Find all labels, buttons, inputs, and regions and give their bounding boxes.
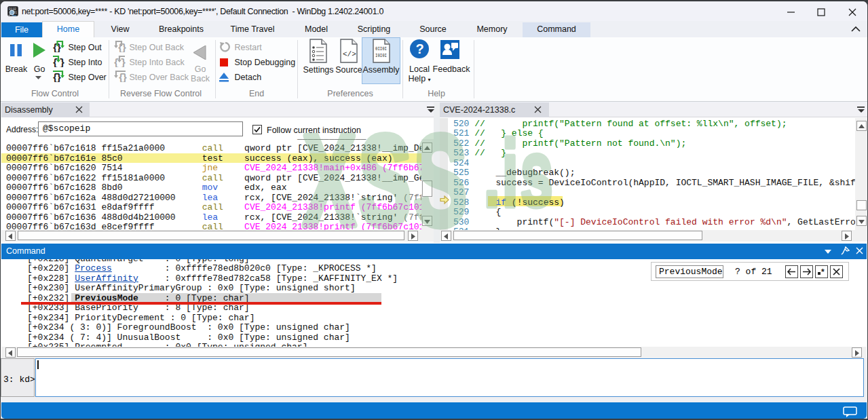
svg-text:}: } (121, 73, 127, 82)
svg-text:}: } (56, 43, 62, 52)
svg-text:?: ? (416, 41, 424, 56)
svg-text:{: { (113, 58, 119, 67)
svg-text:0II0I: 0II0I (375, 45, 387, 52)
svg-text:}: } (59, 58, 65, 67)
svg-text:{: { (52, 58, 58, 67)
svg-text:*: * (821, 267, 825, 277)
svg-text:}: } (56, 73, 62, 82)
svg-text:I0I0I: I0I0I (375, 52, 387, 58)
svg-text:}: } (120, 58, 126, 67)
svg-text:</>: </> (343, 50, 356, 58)
